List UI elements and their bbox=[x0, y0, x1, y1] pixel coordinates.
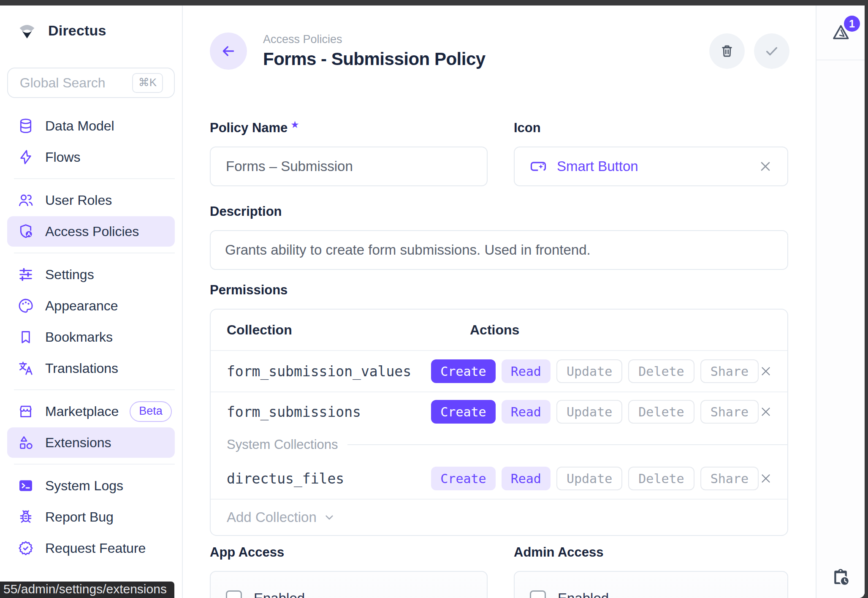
clear-icon-button[interactable] bbox=[758, 159, 773, 174]
sidebar-item-extensions[interactable]: Extensions bbox=[7, 427, 175, 458]
admin-access-field: Admin Access Enabled bbox=[514, 545, 788, 598]
app-access-label: App Access bbox=[210, 545, 488, 560]
action-chip-share[interactable]: Share bbox=[700, 400, 759, 424]
form-row-1: Policy Name ★ Icon bbox=[210, 120, 788, 186]
save-button[interactable] bbox=[754, 33, 789, 69]
main-content: Access Policies Forms - Submission Polic… bbox=[183, 5, 816, 598]
collection-name: form_submissions bbox=[227, 404, 431, 420]
back-button[interactable] bbox=[210, 33, 247, 70]
required-marker: ★ bbox=[291, 120, 298, 130]
bookmark-icon bbox=[17, 329, 34, 345]
icon-input[interactable]: Smart Button bbox=[514, 147, 788, 186]
sidebar-item-marketplace[interactable]: Marketplace Beta bbox=[7, 396, 175, 427]
divider-line bbox=[347, 444, 787, 445]
sidebar-item-label: Report Bug bbox=[45, 509, 114, 525]
sliders-icon bbox=[17, 266, 34, 283]
icon-field: Icon Smart Button bbox=[514, 120, 788, 186]
sidebar-item-access-policies[interactable]: Access Policies bbox=[7, 216, 175, 247]
action-chip-delete[interactable]: Delete bbox=[628, 400, 694, 424]
system-collections-label: System Collections bbox=[227, 437, 338, 452]
sidebar-item-label: Access Policies bbox=[45, 224, 139, 239]
permissions-label: Permissions bbox=[210, 283, 788, 298]
action-chip-delete[interactable]: Delete bbox=[628, 359, 694, 383]
search-shortcut-badge: ⌘K bbox=[132, 73, 163, 93]
search-input[interactable] bbox=[19, 75, 125, 91]
database-icon bbox=[17, 117, 34, 134]
delete-button[interactable] bbox=[709, 33, 745, 69]
revisions-button[interactable] bbox=[816, 567, 865, 587]
action-chip-update[interactable]: Update bbox=[556, 467, 622, 490]
description-input[interactable]: Grants ability to create form submission… bbox=[210, 230, 788, 270]
brand-name: Directus bbox=[48, 22, 106, 39]
sidebar-item-bookmarks[interactable]: Bookmarks bbox=[7, 322, 175, 352]
action-chip-read[interactable]: Read bbox=[502, 359, 551, 383]
column-header-collection: Collection bbox=[227, 322, 470, 338]
remove-permission-icon[interactable] bbox=[759, 405, 773, 419]
description-value: Grants ability to create form submission… bbox=[225, 242, 591, 258]
policy-name-label: Policy Name ★ bbox=[210, 120, 488, 136]
policy-name-input[interactable] bbox=[225, 158, 472, 175]
add-collection-button[interactable]: Add Collection bbox=[211, 500, 787, 535]
sidebar-item-request-feature[interactable]: Request Feature bbox=[7, 533, 175, 563]
sidebar-item-appearance[interactable]: Appearance bbox=[7, 291, 175, 321]
right-rail: 1 bbox=[816, 5, 865, 598]
admin-access-checkbox[interactable] bbox=[530, 590, 546, 598]
admin-access-box: Enabled bbox=[514, 571, 788, 598]
clipboard-clock-icon bbox=[830, 567, 851, 587]
action-chip-delete[interactable]: Delete bbox=[628, 467, 694, 490]
beta-badge: Beta bbox=[130, 401, 172, 422]
header-actions bbox=[709, 33, 789, 69]
sidebar-item-label: Settings bbox=[45, 267, 94, 283]
policy-name-field: Policy Name ★ bbox=[210, 120, 488, 186]
app-access-checkbox[interactable] bbox=[226, 590, 242, 598]
sidebar-item-flows[interactable]: Flows bbox=[7, 142, 175, 172]
action-chip-share[interactable]: Share bbox=[700, 467, 759, 490]
action-chip-update[interactable]: Update bbox=[556, 400, 622, 424]
sidebar-item-label: Extensions bbox=[45, 435, 111, 451]
action-chip-create[interactable]: Create bbox=[431, 400, 495, 424]
icon-value: Smart Button bbox=[529, 157, 758, 176]
brand[interactable]: Directus bbox=[0, 16, 182, 44]
remove-permission-icon[interactable] bbox=[759, 364, 773, 378]
app-frame: Directus ⌘K Data Model Flows User Roles bbox=[0, 5, 865, 598]
action-chips: Create Read Update Delete Share bbox=[431, 359, 759, 383]
action-chip-read[interactable]: Read bbox=[502, 467, 551, 490]
bug-icon bbox=[17, 508, 34, 525]
collection-name: directus_files bbox=[227, 470, 431, 487]
window-title-bar bbox=[0, 0, 868, 5]
sidebar-item-settings[interactable]: Settings bbox=[7, 259, 175, 290]
action-chip-update[interactable]: Update bbox=[556, 359, 622, 383]
status-url-tooltip: 55/admin/settings/extensions bbox=[0, 582, 174, 598]
app-access-checkbox-label: Enabled bbox=[254, 590, 305, 598]
sidebar-item-data-model[interactable]: Data Model bbox=[7, 111, 175, 141]
sidebar-item-user-roles[interactable]: User Roles bbox=[7, 185, 175, 215]
admin-access-checkbox-label: Enabled bbox=[558, 590, 609, 598]
permission-row: form_submission_values Create Read Updat… bbox=[211, 351, 787, 391]
users-icon bbox=[17, 192, 34, 209]
access-row: App Access Enabled Admin Access Enabled bbox=[210, 545, 788, 598]
sidebar-divider bbox=[14, 253, 175, 253]
sidebar-item-system-logs[interactable]: System Logs bbox=[7, 470, 175, 501]
icon-label: Icon bbox=[514, 120, 788, 136]
remove-permission-icon[interactable] bbox=[759, 471, 773, 486]
seal-check-icon bbox=[17, 540, 34, 557]
policy-name-input-wrap bbox=[210, 147, 488, 186]
action-chip-create[interactable]: Create bbox=[431, 359, 495, 383]
sidebar-item-report-bug[interactable]: Report Bug bbox=[7, 502, 175, 532]
page-header: Access Policies Forms - Submission Polic… bbox=[210, 33, 789, 70]
collection-name: form_submission_values bbox=[227, 363, 431, 380]
breadcrumb[interactable]: Access Policies bbox=[263, 33, 486, 46]
notifications-button[interactable]: 1 bbox=[830, 22, 852, 43]
url-text: 55/admin/settings/extensions bbox=[3, 582, 167, 596]
description-field: Description Grants ability to create for… bbox=[210, 204, 788, 270]
global-search[interactable]: ⌘K bbox=[7, 68, 175, 98]
sidebar-item-label: Appearance bbox=[45, 298, 118, 314]
action-chip-create[interactable]: Create bbox=[431, 467, 495, 490]
description-label: Description bbox=[210, 204, 788, 219]
action-chip-share[interactable]: Share bbox=[700, 359, 759, 383]
app-access-box: Enabled bbox=[210, 571, 488, 598]
sidebar-item-label: Data Model bbox=[45, 118, 114, 134]
action-chips: Create Read Update Delete Share bbox=[431, 467, 759, 490]
sidebar-item-translations[interactable]: Translations bbox=[7, 353, 175, 383]
action-chip-read[interactable]: Read bbox=[502, 400, 551, 424]
